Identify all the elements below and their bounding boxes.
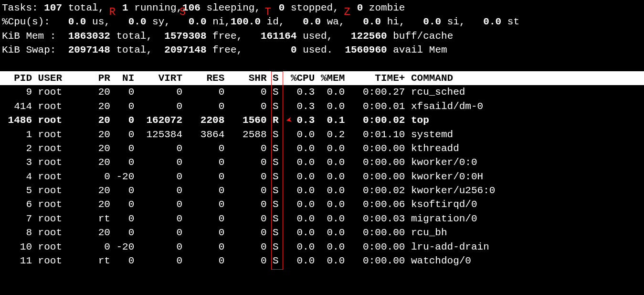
table-row[interactable]: 1 root 20 0 125384 3864 2588 S 0.0 0.2 0… [0,128,644,142]
table-row[interactable]: 11 root rt 0 0 0 0 S 0.0 0.0 0:00.00 wat… [0,254,644,268]
table-row[interactable]: 3 root 20 0 0 0 0 S 0.0 0.0 0:00.00 kwor… [0,155,644,169]
table-row[interactable]: 4 root 0 -20 0 0 0 S 0.0 0.0 0:00.00 kwo… [0,170,644,184]
table-row[interactable]: 9 root 20 0 0 0 0 S 0.3 0.0 0:00.27 rcu_… [0,85,644,99]
table-row[interactable]: 2 root 20 0 0 0 0 S 0.0 0.0 0:00.00 kthr… [0,142,644,155]
table-row[interactable]: 8 root 20 0 0 0 0 S 0.0 0.0 0:00.00 rcu_… [0,226,644,240]
anno-sleeping-icon: S [179,5,186,20]
table-row[interactable]: 5 root 20 0 0 0 0 S 0.0 0.0 0:00.02 kwor… [0,184,644,197]
tasks-line: Tasks: 107 total, R 1 running,S106 sleep… [0,1,644,15]
blank-line [0,57,644,71]
tasks-total: 107 [44,2,62,13]
anno-stopped-icon: T [265,5,271,20]
tasks-stopped: 0 [279,2,285,13]
table-row[interactable]: 10 root 0 -20 0 0 0 S 0.0 0.0 0:00.00 lr… [0,240,644,254]
swap-line: KiB Swap: 2097148 total, 2097148 free, 0… [0,43,644,57]
mem-line: KiB Mem : 1863032 total, 1579308 free, 1… [0,29,644,43]
tasks-label: Tasks: [2,2,44,13]
anno-running-icon: R [109,5,116,20]
tasks-running: 1 [122,2,128,13]
anno-zombie-icon: Z [344,5,350,20]
tasks-zombie: 0 [357,2,363,13]
table-row[interactable]: 7 root rt 0 0 0 0 S 0.0 0.0 0:00.03 migr… [0,212,644,226]
table-row[interactable]: 1486 root 20 0 162072 2208 1560 R 0.3 0.… [0,113,644,127]
table-row[interactable]: 6 root 20 0 0 0 0 S 0.0 0.0 0:00.06 ksof… [0,197,644,211]
cpu-line: %Cpu(s): 0.0 us, 0.0 sy, 0.0 ni,100.0 id… [0,15,644,29]
table-row[interactable]: 414 root 20 0 0 0 0 S 0.3 0.0 0:00.01 xf… [0,99,644,113]
table-header[interactable]: PID USER PR NI VIRT RES SHR S %CPU %MEM … [0,71,644,85]
